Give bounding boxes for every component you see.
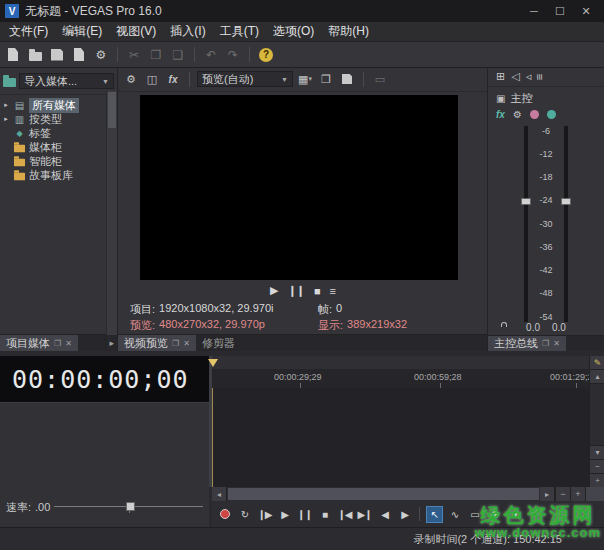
tab-project-media[interactable]: 项目媒体 ❐ ✕: [0, 335, 78, 351]
import-media-dropdown[interactable]: 导入媒体... ▼: [19, 73, 114, 89]
preview-pause-button[interactable]: ❙❙: [287, 284, 303, 297]
go-to-end-button[interactable]: ▶❙: [356, 506, 373, 523]
split-screen-view-button[interactable]: ◫: [143, 70, 161, 88]
rate-slider-handle[interactable]: [126, 502, 135, 511]
project-properties-button[interactable]: [69, 45, 89, 65]
hscroll-track[interactable]: [227, 487, 540, 501]
video-output-fx-button[interactable]: fx: [164, 70, 182, 88]
maximize-button[interactable]: ☐: [547, 1, 573, 21]
track-list[interactable]: [0, 402, 209, 488]
vscroll-track[interactable]: [590, 384, 604, 445]
float-window-icon[interactable]: ❐: [54, 339, 61, 348]
copy-button[interactable]: ❐: [146, 45, 166, 65]
import-media-icon[interactable]: [3, 78, 16, 87]
paste-button[interactable]: ❑: [168, 45, 188, 65]
marker-pen-icon[interactable]: ✎: [590, 356, 604, 370]
menu-view[interactable]: 视图(V): [109, 23, 163, 40]
tab-scroll-right[interactable]: ▸: [105, 335, 117, 351]
tree-item-tags[interactable]: ◆ 标签: [0, 126, 117, 140]
tree-item-media-bins[interactable]: 媒体柜: [0, 140, 117, 154]
normal-edit-tool-button[interactable]: ↖: [426, 506, 443, 523]
open-project-button[interactable]: [25, 45, 45, 65]
track-zoom-in-button[interactable]: +: [590, 473, 604, 487]
tab-trimmer[interactable]: 修剪器: [196, 335, 241, 351]
float-window-icon[interactable]: ❐: [172, 339, 179, 348]
preview-stop-button[interactable]: ■: [314, 285, 320, 297]
dim-output-button[interactable]: ◃: [526, 70, 532, 83]
tree-item-smart-bins[interactable]: 智能柜: [0, 154, 117, 168]
close-tab-icon[interactable]: ✕: [553, 339, 560, 348]
previous-frame-button[interactable]: ◀: [376, 506, 393, 523]
float-window-icon[interactable]: ❐: [542, 339, 549, 348]
preview-play-button[interactable]: ▶: [270, 284, 277, 297]
scroll-down-button[interactable]: ▾: [590, 445, 604, 459]
zoom-in-button[interactable]: +: [570, 487, 585, 501]
tab-video-preview[interactable]: 视频预览 ❐ ✕: [118, 335, 196, 351]
interactive-tutorials-button[interactable]: ?: [256, 45, 276, 65]
downmix-output-button[interactable]: ◁: [511, 70, 519, 83]
preview-options-menu-icon[interactable]: ≡: [330, 285, 335, 297]
menu-options[interactable]: 选项(O): [266, 23, 321, 40]
pause-button[interactable]: ❙❙: [296, 506, 313, 523]
close-button[interactable]: ✕: [573, 1, 599, 21]
play-from-start-button[interactable]: ❙▶: [256, 506, 273, 523]
time-ruler[interactable]: 00:00:29;29 00:00:59;28 00:01:29;2: [212, 369, 589, 389]
hscroll-thumb[interactable]: [228, 488, 539, 500]
master-checkbox-icon[interactable]: ▣: [496, 93, 505, 104]
mixer-view-button[interactable]: ≡: [537, 71, 543, 83]
media-panel-scrollbar[interactable]: [106, 91, 117, 335]
timeline-tracks[interactable]: [212, 388, 589, 487]
new-project-button[interactable]: [3, 45, 23, 65]
cut-button[interactable]: ✂: [124, 45, 144, 65]
scroll-left-button[interactable]: ◂: [212, 487, 227, 501]
menu-file[interactable]: 文件(F): [2, 23, 55, 40]
undo-button[interactable]: ↶: [201, 45, 221, 65]
play-button[interactable]: ▶: [276, 506, 293, 523]
close-tab-icon[interactable]: ✕: [183, 339, 190, 348]
automation-settings-icon[interactable]: ⚙: [513, 109, 522, 120]
save-snapshot-button[interactable]: [338, 70, 356, 88]
mute-icon[interactable]: [530, 110, 539, 119]
menu-edit[interactable]: 编辑(E): [55, 23, 109, 40]
timecode-display[interactable]: 00:00:00;00: [0, 356, 209, 402]
overlay-grid-button[interactable]: ▦▾: [296, 70, 314, 88]
timeline-overview-box[interactable]: [585, 487, 604, 501]
copy-snapshot-button[interactable]: ❐: [317, 70, 335, 88]
marker-bar[interactable]: [212, 356, 589, 370]
go-to-start-button[interactable]: ❙◀: [336, 506, 353, 523]
insert-bus-button[interactable]: ⊞: [496, 70, 505, 83]
menu-tools[interactable]: 工具(T): [213, 23, 266, 40]
next-frame-button[interactable]: ▶: [396, 506, 413, 523]
minimize-button[interactable]: ─: [521, 1, 547, 21]
fader-track-right[interactable]: [564, 126, 568, 322]
zoom-out-button[interactable]: −: [555, 487, 570, 501]
rate-slider[interactable]: [54, 500, 203, 514]
scroll-right-button[interactable]: ▸: [540, 487, 555, 501]
tree-item-all-media[interactable]: ▸ ▤ 所有媒体: [0, 98, 117, 112]
solo-icon[interactable]: [547, 110, 556, 119]
scroll-up-button[interactable]: ▴: [590, 370, 604, 384]
preferences-button[interactable]: ⚙: [91, 45, 111, 65]
external-monitor-button[interactable]: ▭: [371, 70, 389, 88]
loop-playback-button[interactable]: ↻: [236, 506, 253, 523]
close-tab-icon[interactable]: ✕: [65, 339, 72, 348]
tree-item-storyboard-bins[interactable]: 故事板库: [0, 168, 117, 182]
tab-master-bus[interactable]: 主控总线 ❐ ✕: [488, 336, 566, 351]
fader-handle-left[interactable]: [521, 198, 531, 205]
record-button[interactable]: [216, 506, 233, 523]
tree-item-by-type[interactable]: ▸ ▥ 按类型: [0, 112, 117, 126]
fader-handle-right[interactable]: [561, 198, 571, 205]
master-fx-chain-icon[interactable]: fx: [496, 109, 505, 120]
envelope-edit-tool-button[interactable]: ∿: [446, 506, 463, 523]
redo-button[interactable]: ↷: [223, 45, 243, 65]
track-zoom-out-button[interactable]: −: [590, 459, 604, 473]
fader-track-left[interactable]: [524, 126, 528, 322]
menu-help[interactable]: 帮助(H): [321, 23, 376, 40]
preview-quality-dropdown[interactable]: 预览(自动) ▼: [197, 71, 293, 87]
menu-insert[interactable]: 插入(I): [163, 23, 212, 40]
expander-icon[interactable]: ▸: [2, 115, 10, 123]
stop-button[interactable]: ■: [316, 506, 333, 523]
expander-icon[interactable]: ▸: [2, 101, 10, 109]
playhead-marker[interactable]: [208, 359, 218, 367]
save-project-button[interactable]: [47, 45, 67, 65]
